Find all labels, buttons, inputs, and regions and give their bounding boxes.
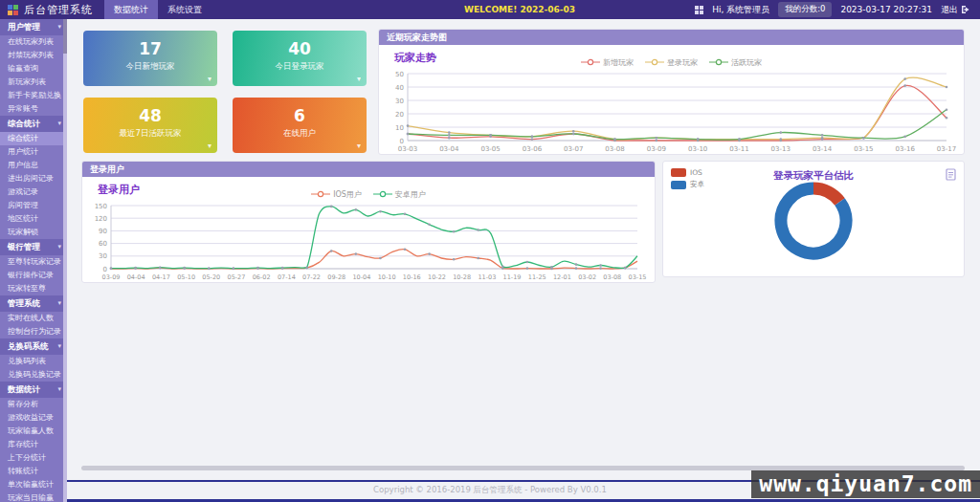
sidebar-section-管理系统[interactable]: 管理系统▾: [0, 295, 67, 312]
sidebar-item[interactable]: 用户统计: [0, 145, 67, 159]
svg-text:11-03: 11-03: [478, 273, 496, 281]
sidebar-item[interactable]: 至尊转玩家记录: [0, 255, 67, 269]
legend-item[interactable]: 登录玩家: [645, 57, 698, 68]
welcome-text: WELCOME! 2022-06-03: [464, 5, 575, 14]
svg-text:10-28: 10-28: [453, 273, 471, 281]
sidebar-item[interactable]: 新玩家列表: [0, 76, 67, 89]
sidebar-item[interactable]: 游戏收益记录: [0, 411, 67, 425]
sidebar-item[interactable]: 综合统计: [0, 132, 67, 145]
svg-text:03-16: 03-16: [896, 145, 916, 153]
tab-数据统计[interactable]: 数据统计: [104, 0, 158, 19]
sidebar-item[interactable]: 兑换码兑换记录: [0, 368, 67, 382]
chart-head: 玩家走势 新增玩家登录玩家活跃玩家: [379, 45, 964, 68]
legend-item[interactable]: 安卓: [671, 180, 704, 189]
svg-text:05-27: 05-27: [228, 273, 246, 281]
svg-text:03-08: 03-08: [605, 145, 624, 153]
svg-text:40: 40: [395, 84, 404, 92]
sidebar-item[interactable]: 进出房间记录: [0, 172, 67, 186]
sidebar-item[interactable]: 玩家当日输赢: [0, 491, 67, 502]
svg-text:90: 90: [99, 228, 107, 235]
chevron-down-icon: ▾: [57, 295, 61, 312]
chevron-down-icon: ▾: [57, 116, 61, 132]
svg-text:11-25: 11-25: [528, 273, 546, 281]
legend-item[interactable]: 安卓用户: [373, 189, 426, 200]
sidebar-item[interactable]: 转账统计: [0, 465, 67, 478]
svg-text:09-28: 09-28: [327, 273, 345, 281]
chevron-down-icon: ▾: [57, 19, 61, 35]
stat-value: 6: [233, 106, 367, 125]
sidebar-item[interactable]: 玩家输赢人数: [0, 425, 67, 438]
sidebar-section-银行管理[interactable]: 银行管理▾: [0, 239, 67, 255]
chevron-down-icon: ▾: [57, 382, 61, 398]
platform-legend: IOS安卓: [671, 168, 704, 192]
svg-text:03-09: 03-09: [647, 145, 666, 153]
trend-legend: 新增玩家登录玩家活跃玩家: [379, 52, 964, 70]
sidebar-item[interactable]: 输赢查询: [0, 62, 67, 76]
sidebar-item[interactable]: 新手卡奖励兑换: [0, 89, 67, 102]
sidebar-item[interactable]: 实时在线人数: [0, 312, 67, 325]
panel-header: 登录用户: [82, 162, 655, 177]
sidebar-item[interactable]: 银行操作记录: [0, 269, 67, 282]
sidebar-section-数据统计[interactable]: 数据统计▾: [0, 382, 67, 398]
sidebar-item[interactable]: 控制台行为记录: [0, 325, 67, 338]
svg-text:05-10: 05-10: [177, 273, 195, 281]
stat-card-online-users[interactable]: 6 在线用户 ▾: [233, 98, 367, 153]
sidebar-item[interactable]: 单次输赢统计: [0, 478, 67, 491]
stat-card-login-players[interactable]: 40 今日登录玩家 ▾: [233, 31, 367, 86]
svg-text:07-22: 07-22: [302, 273, 321, 281]
sidebar-item[interactable]: 上下分统计: [0, 451, 67, 465]
legend-item[interactable]: IOS: [671, 168, 704, 177]
panel-header: 近期玩家走势图: [379, 30, 964, 45]
data-view-icon[interactable]: [946, 168, 956, 181]
stat-card-active-players[interactable]: 48 最近7日活跃玩家 ▾: [83, 98, 217, 153]
stat-value: 17: [83, 39, 217, 58]
sidebar-item[interactable]: 留存分析: [0, 398, 67, 411]
stat-label: 在线用户: [233, 128, 367, 140]
svg-text:11-19: 11-19: [503, 273, 522, 281]
stat-card-new-players[interactable]: 17 今日新增玩家 ▾: [83, 31, 217, 86]
stat-label: 最近7日活跃玩家: [83, 128, 217, 140]
sidebar-section-综合统计[interactable]: 综合统计▾: [0, 116, 67, 132]
sidebar-item[interactable]: 玩家转至尊: [0, 282, 67, 295]
sidebar-scrollbar[interactable]: [63, 19, 67, 502]
trend-line-chart: 0102030405003-0303-0403-0503-0603-0703-0…: [379, 68, 964, 154]
svg-text:03-02: 03-02: [578, 273, 596, 281]
sidebar-item[interactable]: 玩家解锁: [0, 226, 67, 239]
sidebar-item[interactable]: 房间管理: [0, 199, 67, 212]
chevron-down-icon: ▾: [208, 75, 212, 83]
chevron-down-icon: ▾: [357, 75, 361, 83]
legend-item[interactable]: IOS用户: [311, 189, 362, 200]
sidebar-item[interactable]: 在线玩家列表: [0, 35, 67, 49]
svg-text:150: 150: [95, 203, 107, 210]
sidebar-item[interactable]: 地区统计: [0, 212, 67, 226]
apps-grid-icon[interactable]: [695, 6, 703, 14]
my-score-button[interactable]: 我的分数:0: [778, 2, 832, 17]
app: 后台管理系统 数据统计系统设置 WELCOME! 2022-06-03 Hi, …: [0, 0, 980, 502]
svg-text:10: 10: [395, 124, 404, 132]
sidebar-item[interactable]: 封禁玩家列表: [0, 49, 67, 62]
sidebar-scrollbar-thumb[interactable]: [63, 19, 67, 54]
sidebar-item[interactable]: 兑换码列表: [0, 355, 67, 368]
svg-text:20: 20: [395, 111, 404, 119]
panel-player-trend: 近期玩家走势图 玩家走势 新增玩家登录玩家活跃玩家 0102030405003-…: [378, 29, 965, 155]
sidebar-menu: 用户管理▾在线玩家列表封禁玩家列表输赢查询新玩家列表新手卡奖励兑换异常账号综合统…: [0, 19, 67, 502]
chevron-down-icon: ▾: [208, 142, 212, 150]
legend-item[interactable]: 新增玩家: [581, 57, 634, 68]
legend-item[interactable]: 活跃玩家: [709, 57, 762, 68]
platform-donut-chart: [766, 173, 861, 269]
logout-button[interactable]: 退出: [941, 4, 970, 16]
svg-text:07-14: 07-14: [278, 273, 296, 281]
sidebar-item[interactable]: 游戏记录: [0, 186, 67, 199]
stat-value: 40: [233, 39, 367, 58]
sidebar-section-兑换码系统[interactable]: 兑换码系统▾: [0, 338, 67, 355]
sidebar-item[interactable]: 库存统计: [0, 438, 67, 451]
login-line-chart: 030609012015003-0904-0404-1705-1005-2005…: [82, 200, 655, 282]
svg-text:06-02: 06-02: [253, 273, 271, 281]
tab-系统设置[interactable]: 系统设置: [158, 0, 212, 19]
sidebar-item[interactable]: 用户信息: [0, 159, 67, 172]
stat-value: 48: [83, 106, 217, 125]
sidebar-item[interactable]: 异常账号: [0, 102, 67, 116]
topbar: 后台管理系统 数据统计系统设置 WELCOME! 2022-06-03 Hi, …: [0, 0, 980, 19]
sidebar-section-用户管理[interactable]: 用户管理▾: [0, 19, 67, 35]
svg-text:03-10: 03-10: [688, 145, 707, 153]
